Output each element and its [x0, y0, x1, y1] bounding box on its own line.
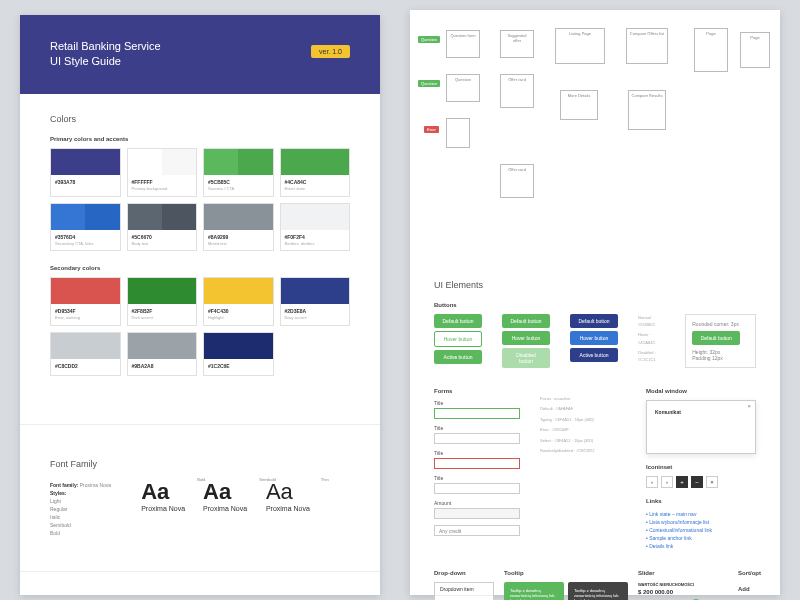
text-input[interactable]	[434, 458, 520, 469]
flow-node: Offer card	[500, 74, 534, 108]
link[interactable]: • Lista wyboru/informacje list	[646, 518, 756, 526]
close-icon[interactable]: ×	[706, 476, 718, 488]
colors-section: Colors Primary colors and accents #393A7…	[20, 94, 380, 410]
color-swatch: #D9534FError, warning	[50, 277, 121, 326]
document-header: Retail Banking Service UI Style Guide ve…	[20, 15, 380, 94]
font-sample-thin: Aa	[266, 479, 293, 504]
modal-window: × Komunikat	[646, 400, 756, 454]
hover-button[interactable]: Hover button	[502, 331, 550, 345]
spec-button: Default button	[692, 331, 740, 345]
field-hint: Select · #3F4A51 · 16px (400)	[540, 436, 626, 446]
links-label: Links	[646, 498, 756, 504]
state-label: Hover · #4CA84C	[638, 331, 665, 345]
dropdown-item[interactable]: Dropdown item	[435, 596, 493, 600]
spec-box: Rounded corner: 3px Default button Heigh…	[685, 314, 756, 368]
text-input[interactable]	[434, 433, 520, 444]
iconset-label: Iconinset	[646, 464, 756, 470]
color-swatch: #8A9299Muted text	[203, 203, 274, 252]
flow-tag: Question	[418, 36, 440, 43]
links-list: • Link state – main nav• Lista wyboru/in…	[646, 510, 756, 550]
link[interactable]: • Details link	[646, 542, 756, 550]
document-title: Retail Banking Service UI Style Guide	[50, 39, 350, 70]
section-title: Font Family	[50, 459, 350, 469]
tooltip: Tooltip z dowolną zawartością tekstową l…	[504, 582, 564, 600]
typography-section: Typography Heading 1Font family: Proxima…	[20, 586, 380, 600]
select-input[interactable]: Any credit	[434, 525, 520, 536]
font-meta: Font family: Proxima Nova Styles:Light R…	[50, 481, 111, 537]
color-swatch: #F4C430Highlight	[203, 277, 274, 326]
version-badge: ver. 1.0	[311, 45, 350, 58]
state-label: Normal · #5CB85C	[638, 314, 665, 328]
flow-tag: Question	[418, 80, 440, 87]
secondary-colors-label: Secondary colors	[50, 265, 350, 271]
link[interactable]: • Link state – main nav	[646, 510, 756, 518]
primary-colors-label: Primary colors and accents	[50, 136, 350, 142]
text-input	[434, 508, 520, 519]
color-swatch: #5CB85CSuccess / CTA	[203, 148, 274, 197]
buttons-label: Buttons	[434, 302, 756, 308]
section-title: Colors	[50, 114, 350, 124]
color-swatch: #3576D4Secondary CTA, links	[50, 203, 121, 252]
flow-node: Page	[740, 32, 770, 68]
field-hint: Error · #D9534F	[540, 425, 626, 435]
active-button[interactable]: Active button	[570, 348, 618, 362]
flow-node: Offer card	[500, 164, 534, 198]
field-hint: Readonly/disabled · #C8CDD2	[540, 446, 626, 456]
close-icon[interactable]: ×	[747, 403, 751, 409]
color-swatch: #4CA84CHover state	[280, 148, 351, 197]
flow-tag: Error	[424, 126, 439, 133]
style-guide-page-2: Question form Suggested offer Listing Pa…	[410, 10, 780, 595]
dropdown-label: Drop-down	[434, 570, 494, 576]
chevron-left-icon[interactable]: ‹	[646, 476, 658, 488]
text-input[interactable]	[434, 483, 520, 494]
style-guide-page-1: Retail Banking Service UI Style Guide ve…	[20, 15, 380, 595]
field-hint: Default · #AFAFAF	[540, 404, 626, 414]
forms-label: Forms	[434, 388, 520, 394]
flow-node: Suggested offer	[500, 30, 534, 58]
color-swatch: #9BA2A8	[127, 332, 198, 376]
tooltip: Tooltip z dowolną zawartością tekstową l…	[568, 582, 628, 600]
color-swatch: #2F8B2FDark accent	[127, 277, 198, 326]
sort-label: Sort/opt	[738, 570, 774, 576]
slider-control[interactable]: WARTOŚĆ NIERUCHOMOŚCI $ 200 000.00 10 00…	[638, 582, 728, 600]
font-sample-semibold: Aa	[203, 479, 231, 504]
default-button[interactable]: Default button	[570, 314, 618, 328]
tooltip-label: Tooltip	[504, 570, 628, 576]
flow-node: More Details	[560, 90, 598, 120]
dropdown-menu[interactable]: Dropdown itemDropdown itemSelected itemI…	[434, 582, 494, 600]
chevron-right-icon[interactable]: ›	[661, 476, 673, 488]
font-section: Font Family Font family: Proxima Nova St…	[20, 439, 380, 557]
flow-node	[446, 118, 470, 148]
minus-icon[interactable]: −	[691, 476, 703, 488]
default-button[interactable]: Default button	[434, 314, 482, 328]
color-swatch: #C8CDD2	[50, 332, 121, 376]
add-label: Add	[738, 586, 774, 592]
color-swatch: #393A78	[50, 148, 121, 197]
color-swatch: #1C2C6E	[203, 332, 274, 376]
flowchart-area: Question form Suggested offer Listing Pa…	[410, 10, 780, 260]
flow-node: Page	[694, 28, 728, 72]
color-swatch: #5C6670Body text	[127, 203, 198, 252]
hover-button[interactable]: Hover button	[434, 331, 482, 347]
link[interactable]: • Sample anchor link	[646, 534, 756, 542]
flow-node: Question	[446, 74, 480, 102]
plus-icon[interactable]: +	[676, 476, 688, 488]
primary-color-grid: #393A78#FFFFFFPrimary background#5CB85CS…	[50, 148, 350, 252]
section-title: UI Elements	[434, 280, 756, 290]
flow-node: Listing Page	[555, 28, 605, 64]
default-button[interactable]: Default button	[502, 314, 550, 328]
flow-node: Question form	[446, 30, 480, 58]
active-button[interactable]: Active button	[434, 350, 482, 364]
link[interactable]: • Contextual/informational link	[646, 526, 756, 534]
state-label: Disabled · #C1C1C1	[638, 349, 665, 363]
color-swatch: #FFFFFFPrimary background	[127, 148, 198, 197]
icon-set: ‹ › + − ×	[646, 476, 756, 488]
flow-node: Compare Offers list	[626, 28, 668, 64]
hover-button[interactable]: Hover button	[570, 331, 618, 345]
font-sample-bold: Aa	[141, 479, 169, 504]
slider-label: Slider	[638, 570, 728, 576]
dropdown-item[interactable]: Dropdown item	[435, 583, 493, 596]
color-swatch: #2D3E8ANavy accent	[280, 277, 351, 326]
color-swatch: #F0F2F4Borders, dividers	[280, 203, 351, 252]
text-input[interactable]	[434, 408, 520, 419]
